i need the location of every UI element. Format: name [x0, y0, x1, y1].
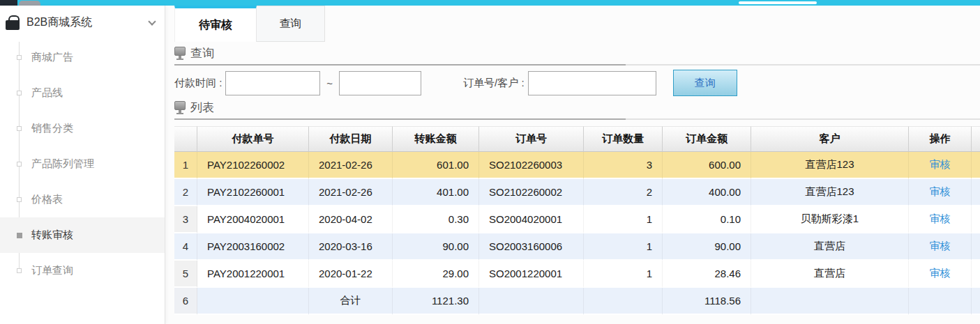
overflow-cell: [972, 288, 980, 315]
payment-date-cell: 2020-04-02: [309, 206, 393, 233]
order-no-cell: [479, 288, 584, 315]
action-cell: 审核: [909, 233, 972, 261]
payment-date-cell: 2021-02-26: [309, 152, 393, 179]
table-header: 付款单号付款日期转账金额订单号订单数量订单金额客户操作: [174, 126, 980, 152]
order-amount-cell: 400.00: [663, 179, 751, 206]
chevron-down-icon: [148, 17, 156, 25]
transfer-amount-cell: 601.00: [393, 152, 479, 179]
order-qty-cell: 1: [584, 261, 663, 288]
order-qty-cell: [584, 288, 663, 315]
sidebar-item-商城广告[interactable]: 商城广告: [0, 40, 165, 75]
payment-no-cell: PAY2003160002: [197, 233, 309, 261]
table-row[interactable]: 2PAY21022600012021-02-26401.00SO21022600…: [174, 179, 980, 206]
payment-date-to-input[interactable]: [339, 71, 421, 95]
column-header-payment-date: 付款日期: [309, 126, 393, 152]
sidebar-item-产品陈列管理[interactable]: 产品陈列管理: [0, 146, 165, 182]
column-header-order-qty: 订单数量: [584, 126, 663, 152]
square-bullet-icon: [17, 55, 22, 60]
audit-link[interactable]: 审核: [930, 158, 951, 170]
order-qty-cell: 1: [584, 206, 663, 233]
sidebar-item-产品线[interactable]: 产品线: [0, 75, 165, 111]
audit-link[interactable]: 审核: [930, 185, 951, 197]
transfer-amount-cell: 401.00: [393, 179, 479, 206]
payment-date-cell: 2021-02-26: [309, 179, 393, 206]
tab-待审核[interactable]: 待审核: [174, 6, 257, 42]
tab-查询[interactable]: 查询: [257, 6, 325, 42]
overflow-cell: [972, 261, 980, 288]
overflow-cell: [972, 152, 980, 179]
payment-date-cell: 2020-03-16: [309, 233, 393, 261]
square-bullet-icon: [17, 233, 22, 238]
transfer-amount-cell: 29.00: [393, 261, 479, 288]
transfer-total-cell: 1121.30: [393, 288, 479, 315]
audit-link[interactable]: 审核: [930, 213, 951, 224]
order-qty-cell: 2: [584, 179, 663, 206]
column-header-order-amount: 订单金额: [663, 126, 751, 152]
order-amount-cell: 600.00: [663, 152, 751, 179]
payment-no-cell: PAY2001220001: [197, 261, 309, 288]
table-row[interactable]: 4PAY20031600022020-03-1690.00SO200316000…: [174, 233, 980, 261]
square-bullet-icon: [17, 126, 22, 131]
topbar-gray-tab: [19, 1, 40, 6]
column-header-row-index: [174, 126, 197, 152]
overflow-cell: [972, 206, 980, 233]
audit-link[interactable]: 审核: [930, 240, 951, 252]
payment-date-from-input[interactable]: [225, 71, 320, 95]
sidebar-item-销售分类[interactable]: 销售分类: [0, 111, 165, 146]
order-amount-cell: 28.46: [663, 261, 751, 288]
audit-link[interactable]: 审核: [930, 267, 951, 279]
topbar-scroll-indicator[interactable]: [739, 1, 817, 4]
sidebar-app-header[interactable]: B2B商城系统: [0, 6, 165, 40]
overflow-cell: [972, 179, 980, 206]
list-section-header: 列表: [174, 100, 980, 116]
table-row[interactable]: 5PAY20012200012020-01-2229.00SO200122000…: [174, 261, 980, 288]
payment-date-cell: 2020-01-22: [309, 261, 393, 288]
row-index-cell: 1: [174, 152, 197, 179]
order-no-cell: SO2004020001: [479, 206, 584, 233]
list-section-title: 列表: [190, 100, 214, 116]
sidebar-app-title: B2B商城系统: [27, 15, 149, 30]
square-bullet-icon: [17, 197, 22, 202]
customer-cell: 贝勒斯彩漆1: [751, 206, 909, 233]
tab-bar: 待审核查询: [174, 6, 980, 42]
order-no-cell: SO2102260003: [479, 152, 584, 179]
sidebar-item-label: 产品陈列管理: [31, 157, 94, 171]
query-section-title: 查询: [190, 45, 214, 61]
sidebar-item-转账审核[interactable]: 转账审核: [0, 217, 165, 253]
row-index-cell: 4: [174, 233, 197, 261]
sidebar-item-label: 销售分类: [31, 122, 73, 135]
column-header-order-no: 订单号: [479, 126, 584, 152]
order-qty-cell: 3: [584, 152, 663, 179]
order-customer-input[interactable]: [528, 71, 656, 95]
search-button[interactable]: 查询: [673, 70, 737, 96]
monitor-icon: [174, 47, 186, 56]
sidebar-item-label: 产品线: [31, 86, 63, 100]
order-no-cell: SO2003160006: [479, 233, 584, 261]
monitor-icon: [174, 101, 186, 110]
query-section-header: 查询: [174, 45, 980, 62]
table-total-row: 6合计1121.301118.56: [174, 288, 980, 315]
row-index-cell: 6: [174, 288, 197, 315]
section-divider: [174, 64, 980, 65]
transfer-amount-cell: 90.00: [393, 233, 479, 261]
main-layout: B2B商城系统 商城广告产品线销售分类产品陈列管理价格表转账审核订单查询 待审核…: [0, 6, 980, 324]
sidebar-item-价格表[interactable]: 价格表: [0, 182, 165, 217]
transfer-amount-cell: 0.30: [393, 206, 479, 233]
customer-cell: [751, 288, 909, 315]
order-amount-cell: 90.00: [663, 233, 751, 261]
sidebar: B2B商城系统 商城广告产品线销售分类产品陈列管理价格表转账审核订单查询: [0, 6, 165, 324]
payment-time-label: 付款时间 :: [174, 77, 222, 90]
order-customer-label: 订单号/客户 :: [463, 77, 525, 90]
table-row[interactable]: 1PAY21022600022021-02-26601.00SO21022600…: [174, 152, 980, 179]
sidebar-item-订单查询[interactable]: 订单查询: [0, 253, 165, 288]
content-panel: 待审核查询 查询 付款时间 : ~ 订单号/客户 : 查询 列表: [165, 6, 980, 324]
square-bullet-icon: [17, 268, 22, 273]
sidebar-item-label: 价格表: [31, 193, 63, 206]
section-divider: [174, 118, 980, 120]
payment-no-cell: [197, 288, 309, 315]
table-row[interactable]: 3PAY20040200012020-04-020.30SO2004020001…: [174, 206, 980, 233]
topbar-dark-segment: [0, 0, 17, 6]
order-amount-cell: 0.10: [663, 206, 751, 233]
column-header-overflow: [972, 126, 980, 152]
sidebar-item-label: 商城广告: [31, 51, 73, 64]
